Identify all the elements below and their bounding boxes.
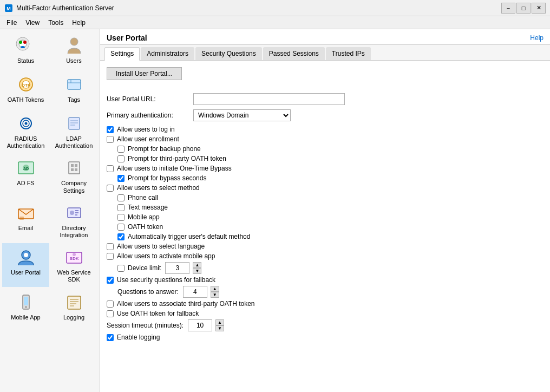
tab-trusted-ips[interactable]: Trusted IPs <box>326 47 371 60</box>
sidebar-label-company: Company Settings <box>53 180 95 194</box>
sidebar-item-oath-tokens[interactable]: OTP OATH Tokens <box>2 70 49 108</box>
tab-bar: Settings Administrators Security Questio… <box>100 45 550 61</box>
security-questions-label[interactable]: Use security questions for fallback <box>117 276 215 284</box>
prompt-backup-label[interactable]: Prompt for backup phone <box>128 145 201 153</box>
close-button[interactable]: ✕ <box>532 3 546 14</box>
tab-settings[interactable]: Settings <box>104 47 140 61</box>
mobile-app-label[interactable]: Mobile app <box>128 213 160 221</box>
menu-file[interactable]: File <box>2 18 21 28</box>
questions-answer-input[interactable]: 4 <box>183 286 207 298</box>
oath-token-checkbox[interactable] <box>117 224 125 231</box>
sidebar-item-directory[interactable]: Directory Integration <box>50 199 97 242</box>
sidebar-label-radius: RADIUS Authentication <box>4 135 47 149</box>
session-timeout-down[interactable]: ▼ <box>215 325 224 331</box>
questions-answer-up[interactable]: ▲ <box>211 286 219 292</box>
auto-trigger-row: Automatically trigger user's default met… <box>117 233 544 240</box>
sidebar-item-company[interactable]: Company Settings <box>50 154 97 197</box>
security-questions-checkbox[interactable] <box>107 277 114 284</box>
sidebar-item-websdk[interactable]: SDK Web Service SDK <box>50 243 97 286</box>
url-input[interactable] <box>193 93 345 105</box>
device-limit-spinner: 3 ▲ ▼ <box>165 262 201 274</box>
tab-passed-sessions[interactable]: Passed Sessions <box>263 47 325 60</box>
sidebar-item-email[interactable]: Email <box>2 199 49 242</box>
third-oath-checkbox[interactable] <box>107 300 114 308</box>
allow-login-checkbox[interactable] <box>107 126 114 133</box>
text-message-label[interactable]: Text message <box>128 204 168 211</box>
allow-language-checkbox[interactable] <box>107 243 114 250</box>
sidebar-item-logging[interactable]: Logging <box>50 288 97 326</box>
help-link[interactable]: Help <box>530 34 544 42</box>
auto-trigger-checkbox[interactable] <box>117 233 125 240</box>
sidebar-item-users[interactable]: Users <box>50 31 97 69</box>
menu-tools[interactable]: Tools <box>44 18 68 28</box>
svg-rect-42 <box>24 297 28 305</box>
company-icon <box>63 157 85 179</box>
device-limit-input[interactable]: 3 <box>165 262 189 274</box>
device-limit-up[interactable]: ▲ <box>193 262 201 268</box>
auto-trigger-label[interactable]: Automatically trigger user's default met… <box>128 233 250 240</box>
allow-language-row: Allow users to select language <box>107 243 544 250</box>
allow-enrollment-checkbox[interactable] <box>107 136 114 143</box>
session-timeout-input[interactable]: 10 <box>188 319 212 331</box>
device-limit-btns: ▲ ▼ <box>193 262 201 274</box>
sidebar-label-websdk: Web Service SDK <box>53 269 95 283</box>
device-limit-down[interactable]: ▼ <box>193 268 201 274</box>
allow-login-row: Allow users to log in <box>107 126 544 133</box>
oath-token-label[interactable]: OATH token <box>128 223 163 231</box>
svg-rect-24 <box>69 162 80 174</box>
sidebar-item-ldap-auth[interactable]: LDAP Authentication <box>50 109 97 153</box>
allow-method-checkbox[interactable] <box>107 185 114 192</box>
sidebar-item-mobileapp[interactable]: Mobile App <box>2 288 49 326</box>
minimize-button[interactable]: − <box>501 3 515 14</box>
allow-bypass-label[interactable]: Allow users to initiate One-Time Bypass <box>117 165 232 172</box>
session-timeout-btns: ▲ ▼ <box>215 319 224 331</box>
allow-language-label[interactable]: Allow users to select language <box>117 243 205 250</box>
tab-administrators[interactable]: Administrators <box>141 47 194 60</box>
questions-answer-label: Questions to answer: <box>117 288 179 296</box>
prompt-bypass-label[interactable]: Prompt for bypass seconds <box>128 174 206 182</box>
mobile-app-checkbox[interactable] <box>117 214 125 221</box>
device-limit-row: Device limit 3 ▲ ▼ <box>117 262 544 274</box>
allow-login-label[interactable]: Allow users to log in <box>117 126 175 133</box>
directory-icon <box>63 202 85 224</box>
maximize-button[interactable]: □ <box>516 3 531 14</box>
prompt-oath-checkbox[interactable] <box>117 155 125 162</box>
page-header: User Portal Help <box>100 29 550 45</box>
menu-help[interactable]: Help <box>68 18 90 28</box>
session-timeout-up[interactable]: ▲ <box>215 319 224 325</box>
sidebar-item-user-portal[interactable]: User Portal <box>2 243 49 286</box>
allow-method-label[interactable]: Allow users to select method <box>117 184 200 192</box>
third-oath-label[interactable]: Allow users to associate third-party OAT… <box>117 300 255 308</box>
phone-call-checkbox[interactable] <box>117 194 125 201</box>
prompt-oath-label[interactable]: Prompt for third-party OATH token <box>128 155 226 162</box>
session-timeout-spinner: 10 ▲ ▼ <box>188 319 224 331</box>
sidebar-item-tags[interactable]: Tags <box>50 70 97 108</box>
sidebar-item-radius-auth[interactable]: RADIUS Authentication <box>2 109 49 153</box>
allow-bypass-checkbox[interactable] <box>107 165 114 172</box>
title-bar: M Multi-Factor Authentication Server − □… <box>0 0 550 16</box>
menu-view[interactable]: View <box>21 18 44 28</box>
text-message-checkbox[interactable] <box>117 204 125 211</box>
primary-auth-select[interactable]: Windows Domain LDAP RADIUS <box>193 109 291 121</box>
svg-text:M: M <box>6 6 11 11</box>
device-limit-label[interactable]: Device limit <box>128 264 161 272</box>
enable-logging-checkbox[interactable] <box>107 334 114 341</box>
sidebar-item-adfs[interactable]: AD AD FS <box>2 154 49 197</box>
device-limit-checkbox[interactable] <box>117 265 125 272</box>
allow-method-row: Allow users to select method <box>107 184 544 192</box>
questions-answer-down[interactable]: ▼ <box>211 292 219 298</box>
allow-activate-label[interactable]: Allow users to activate mobile app <box>117 252 215 260</box>
allow-activate-checkbox[interactable] <box>107 253 114 260</box>
allow-enrollment-label[interactable]: Allow user enrollment <box>117 135 179 143</box>
prompt-backup-checkbox[interactable] <box>117 146 125 153</box>
enable-logging-label[interactable]: Enable logging <box>117 334 160 341</box>
sidebar-item-status[interactable]: Status <box>2 31 49 69</box>
oath-fallback-checkbox[interactable] <box>107 310 114 317</box>
phone-call-label[interactable]: Phone call <box>128 194 158 201</box>
questions-answer-btns: ▲ ▼ <box>211 286 219 298</box>
tab-security-questions[interactable]: Security Questions <box>195 47 262 60</box>
prompt-bypass-checkbox[interactable] <box>117 175 125 182</box>
install-button[interactable]: Install User Portal... <box>107 67 182 80</box>
oath-fallback-label[interactable]: Use OATH token for fallback <box>117 310 199 317</box>
svg-point-40 <box>73 253 76 256</box>
